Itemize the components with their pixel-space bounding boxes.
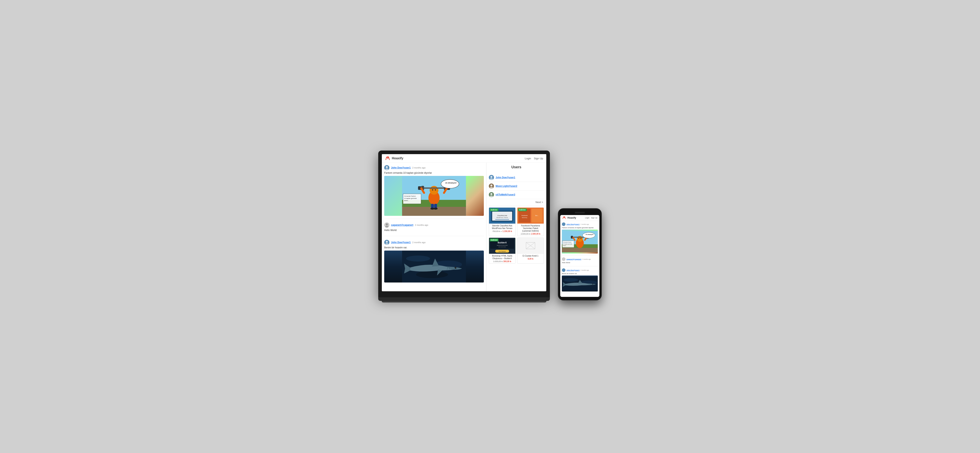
svg-point-88 bbox=[564, 278, 578, 282]
product-2-image: İndirim! Facebook Marketing Soc... bbox=[517, 207, 544, 223]
logo-text: Hoaxify bbox=[392, 156, 403, 160]
svg-rect-50 bbox=[495, 219, 509, 220]
sidebar: Users John Doe@user1 bbox=[487, 163, 546, 291]
scene: Hoaxify Login Sign Up bbox=[378, 150, 602, 303]
product-4-price-new: 8,00 ₺ bbox=[528, 258, 533, 260]
svg-text:WEBSITE BUILDER: WEBSITE BUILDER bbox=[497, 245, 508, 246]
svg-point-91 bbox=[593, 284, 593, 284]
phone-post-1-text: Fantom ormanda 10 kaplan gücünde diyorla… bbox=[562, 227, 598, 229]
svg-point-2 bbox=[385, 169, 388, 170]
phone-logo-text: Hoaxify bbox=[568, 217, 576, 219]
header-nav: Login Sign Up bbox=[525, 157, 543, 160]
user-2-name[interactable]: Moon Light@user2 bbox=[496, 185, 517, 187]
svg-text:AND FEATURES: AND FEATURES bbox=[498, 246, 506, 247]
next-button[interactable]: Next > bbox=[489, 199, 544, 206]
product-1-price-new: 1.150,00 ₺ bbox=[503, 230, 512, 232]
svg-text:BuilderX: BuilderX bbox=[498, 241, 507, 244]
product-4-image bbox=[517, 238, 544, 254]
product-3-price: 1.000,00 ₺ 300,00 ₺ bbox=[490, 260, 514, 263]
svg-text:Soc...: Soc... bbox=[535, 215, 539, 216]
phone-login-link[interactable]: Login bbox=[585, 217, 589, 219]
phone-post-3: John Doe@user1 2 months ago Benim bir ho… bbox=[562, 268, 598, 293]
svg-text:Ormanda Fantom: Ormanda Fantom bbox=[563, 242, 572, 243]
product-3-price-old: 1.000,00 ₺ bbox=[493, 260, 503, 263]
product-2-price-new: 1.500,00 ₺ bbox=[531, 233, 540, 235]
product-card-2[interactable]: İndirim! Facebook Marketing Soc... bbox=[517, 207, 544, 236]
phone-screen: Hoaxify Login Sign Up John Doe@user1 bbox=[560, 215, 600, 297]
phone-post-3-avatar bbox=[562, 268, 565, 272]
svg-text:derler...: derler... bbox=[404, 199, 409, 201]
phone-post-1: John Doe@user1 2 months ago Fantom orman… bbox=[562, 222, 598, 255]
user-item-1[interactable]: John Doe@user1 bbox=[489, 173, 544, 182]
user-item-3[interactable]: nXToMeN@user3 bbox=[489, 190, 544, 199]
user-3-avatar bbox=[489, 192, 494, 197]
post-3-text: Benim bir hoaxim var. bbox=[384, 246, 484, 249]
phone-post-3-header: John Doe@user1 2 months ago bbox=[562, 268, 598, 272]
svg-point-34 bbox=[416, 271, 448, 278]
post-2-author[interactable]: caganert@caganert bbox=[391, 223, 414, 226]
phone-post-2-text: Hello World bbox=[562, 262, 598, 263]
svg-point-30 bbox=[385, 243, 388, 245]
post-3-author[interactable]: John Doe@user1 bbox=[391, 241, 410, 244]
post-3: John Doe@user1 2 months ago Benim bir ho… bbox=[384, 240, 484, 285]
users-title: Users bbox=[489, 165, 544, 171]
phone-app-header: Hoaxify Login Sign Up bbox=[560, 215, 600, 221]
laptop-base bbox=[378, 297, 550, 301]
product-2-price-old: 2.500,00 ₺ bbox=[521, 233, 530, 235]
post-3-header: John Doe@user1 2 months ago bbox=[384, 240, 484, 245]
svg-point-74 bbox=[578, 238, 579, 239]
svg-point-75 bbox=[581, 238, 581, 239]
svg-point-17 bbox=[441, 179, 459, 188]
app-main: John Doe@user1 2 months ago Fantom orman… bbox=[382, 163, 546, 291]
phone-logo: Hoaxify bbox=[562, 216, 576, 219]
post-1-author[interactable]: John Doe@user1 bbox=[391, 166, 410, 169]
user-3-name[interactable]: nXToMeN@user3 bbox=[496, 193, 515, 196]
phone-post-1-author[interactable]: John Doe@user1 bbox=[566, 223, 580, 225]
svg-text:15 olmalıyım!: 15 olmalıyım! bbox=[585, 234, 593, 235]
product-card-3[interactable]: İndirim! BuilderX WEBSITE BUILDER AND FE… bbox=[489, 238, 515, 263]
phone-post-1-time: 2 months ago bbox=[581, 223, 589, 225]
login-link[interactable]: Login bbox=[525, 157, 531, 160]
svg-point-7 bbox=[430, 186, 439, 195]
phone-post-1-header: John Doe@user1 2 months ago bbox=[562, 222, 598, 226]
user-item-2[interactable]: Moon Light@user2 bbox=[489, 182, 544, 190]
product-2-badge: İndirim! bbox=[518, 209, 527, 211]
product-1-price: 750,00 ₺ – 1.150,00 ₺ bbox=[490, 230, 514, 232]
user-1-name[interactable]: John Doe@user1 bbox=[496, 176, 515, 179]
svg-point-42 bbox=[490, 187, 493, 189]
post-1-text: Fantom ormanda 10 kaplan gücünde diyorla… bbox=[384, 172, 484, 174]
product-3-info: Bootstrap HTML Sayfa Oluşturucu – Builde… bbox=[489, 254, 515, 263]
svg-point-27 bbox=[386, 223, 388, 225]
product-4-price: 8,00 ₺ bbox=[519, 258, 542, 260]
product-card-4[interactable]: E-Cüzdan Kredi 1 8,00 ₺ bbox=[517, 238, 544, 263]
post-2: caganert@caganert 2 months ago Hello Wor… bbox=[384, 222, 484, 236]
laptop-foot bbox=[382, 301, 546, 303]
svg-point-43 bbox=[490, 193, 492, 195]
phone-post-2-avatar bbox=[562, 257, 565, 261]
signup-link[interactable]: Sign Up bbox=[534, 157, 543, 160]
phone-header-nav: Login Sign Up bbox=[585, 217, 597, 219]
logo: Hoaxify bbox=[385, 156, 403, 161]
phone-post-3-author[interactable]: John Doe@user1 bbox=[566, 269, 580, 271]
svg-text:15 olmalıyım!: 15 olmalıyım! bbox=[445, 182, 457, 184]
svg-point-81 bbox=[582, 232, 595, 238]
phone-signup-link[interactable]: Sign Up bbox=[591, 217, 597, 219]
phone-post-2-header: caganert@caganert 2 months ago bbox=[562, 257, 598, 261]
phone-post-2-author[interactable]: caganert@caganert bbox=[566, 258, 581, 260]
product-3-badge: İndirim! bbox=[490, 239, 498, 241]
svg-rect-4 bbox=[402, 206, 466, 216]
app-header: Hoaxify Login Sign Up bbox=[382, 154, 546, 163]
post-2-time: 2 months ago bbox=[415, 224, 428, 226]
svg-text:10 kaplan gücünde: 10 kaplan gücünde bbox=[563, 243, 572, 244]
phone-feed: John Doe@user1 2 months ago Fantom orman… bbox=[560, 221, 600, 297]
post-1: John Doe@user1 2 months ago Fantom orman… bbox=[384, 165, 484, 219]
product-3-price-new: 300,00 ₺ bbox=[503, 260, 511, 263]
product-card-1[interactable]: İndirim! Classified Ads WordPress Theme bbox=[489, 207, 515, 236]
product-1-badge: İndirim! bbox=[490, 209, 498, 211]
phone-device: Hoaxify Login Sign Up John Doe@user1 bbox=[558, 208, 602, 300]
post-1-header: John Doe@user1 2 months ago bbox=[384, 165, 484, 170]
product-2-info: Facebook Pazarlama Yazılımları Paketi (L… bbox=[517, 223, 544, 236]
post-1-time: 2 months ago bbox=[412, 166, 426, 169]
svg-text:Get Started: Get Started bbox=[499, 251, 506, 252]
svg-point-39 bbox=[490, 176, 492, 178]
